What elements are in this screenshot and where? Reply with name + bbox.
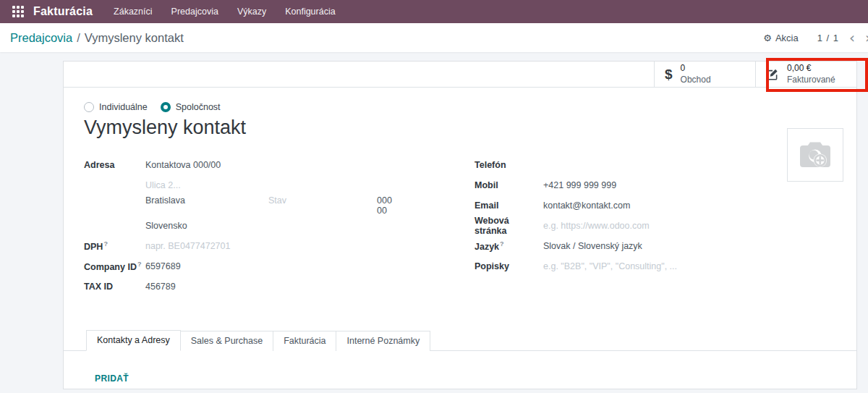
field-street: Adresa Kontaktova 000/00 xyxy=(84,155,475,175)
field-tax-id: TAX ID 456789 xyxy=(84,276,475,297)
company-id-label: Company ID? xyxy=(84,261,145,272)
breadcrumb-parent-link[interactable]: Predajcovia xyxy=(10,31,72,45)
stat-button-invoiced[interactable]: 0,00 € Fakturované xyxy=(755,62,856,87)
breadcrumb-separator: / xyxy=(77,31,80,45)
email-input[interactable]: kontakt@kontakt.com xyxy=(543,200,630,211)
record-pager: 1 / 1 ‹ › xyxy=(817,30,867,45)
dollar-icon: $ xyxy=(665,67,673,83)
tags-label: Popisky xyxy=(475,261,543,271)
street-input[interactable]: Kontaktova 000/00 xyxy=(145,160,221,170)
radio-individual-circle[interactable] xyxy=(84,102,94,112)
field-vat: DPH? napr. BE0477472701 xyxy=(84,236,475,256)
vat-input[interactable]: napr. BE0477472701 xyxy=(145,241,230,251)
content-area: $ 0 Obchod 0,00 € Fakturované xyxy=(0,52,868,393)
breadcrumb: Predajcovia / Vymysleny kontakt xyxy=(10,31,184,45)
menu-zakaznici[interactable]: Zákazníci xyxy=(104,0,162,23)
invoiced-label: Fakturované xyxy=(787,75,835,86)
radio-company-label: Spoločnost xyxy=(176,102,221,112)
tab-content: PRIDAŤ xyxy=(64,351,856,384)
language-label: Jazyk? xyxy=(475,240,543,252)
company-id-input[interactable]: 6597689 xyxy=(145,261,181,271)
tags-input[interactable]: e.g. "B2B", "VIP", "Consulting", ... xyxy=(543,261,677,271)
apps-grid-icon xyxy=(12,6,24,17)
pager-count: 1 / 1 xyxy=(817,33,839,43)
tab-interne-poznamky[interactable]: Interné Poznámky xyxy=(336,331,430,351)
edit-pencil-icon xyxy=(766,68,779,81)
pager-previous-button[interactable]: ‹ xyxy=(849,30,855,45)
phone-label: Telefón xyxy=(475,160,543,170)
field-tags: Popisky e.g. "B2B", "VIP", "Consulting",… xyxy=(475,256,844,276)
add-button[interactable]: PRIDAŤ xyxy=(95,373,129,384)
address-label: Adresa xyxy=(84,160,145,170)
help-marker: ? xyxy=(103,240,108,248)
app-name[interactable]: Fakturácia xyxy=(30,5,101,18)
field-website: Webová stránka e.g. https://www.odoo.com xyxy=(475,216,844,236)
state-input[interactable]: Stav xyxy=(268,195,377,216)
fields-column-left: Adresa Kontaktova 000/00 Ulica 2... Brat… xyxy=(84,155,475,297)
field-company-id: Company ID? 6597689 xyxy=(84,256,475,276)
website-input[interactable]: e.g. https://www.odoo.com xyxy=(543,221,650,231)
zip-input[interactable]: 000 00 xyxy=(377,195,403,216)
trade-label: Obchod xyxy=(681,75,711,86)
pager-next-button[interactable]: › xyxy=(865,30,868,45)
help-marker: ? xyxy=(500,240,504,248)
tab-kontakty-a-adresy[interactable]: Kontakty a Adresy xyxy=(86,330,181,351)
menu-predajcovia[interactable]: Predajcovia xyxy=(162,0,228,23)
control-panel: Predajcovia / Vymysleny kontakt ⚙ Akcia … xyxy=(0,23,868,52)
action-menu-button[interactable]: ⚙ Akcia xyxy=(763,33,798,43)
radio-individual-label: Individuálne xyxy=(99,102,148,112)
field-email: Email kontakt@kontakt.com xyxy=(475,195,844,216)
form-statusbar: $ 0 Obchod 0,00 € Fakturované xyxy=(64,62,856,88)
invoiced-value: 0,00 € xyxy=(787,63,835,75)
trade-value: 0 xyxy=(681,63,711,75)
form-sheet: $ 0 Obchod 0,00 € Fakturované xyxy=(63,61,857,389)
field-street2: Ulica 2... xyxy=(84,175,475,195)
radio-company-circle[interactable] xyxy=(161,102,171,112)
email-label: Email xyxy=(475,200,543,211)
mobile-input[interactable]: +421 999 999 999 xyxy=(543,180,616,190)
notebook: Kontakty a Adresy Sales & Purchase Faktu… xyxy=(64,331,856,384)
radio-company[interactable]: Spoločnost xyxy=(161,102,221,112)
form-body: Individuálne Spoločnost Vymysleny kontak… xyxy=(64,88,856,389)
tab-bar: Kontakty a Adresy Sales & Purchase Faktu… xyxy=(64,331,856,351)
fields-grid: Adresa Kontaktova 000/00 Ulica 2... Brat… xyxy=(84,155,844,297)
stat-button-trade[interactable]: $ 0 Obchod xyxy=(654,62,755,87)
contact-image-upload[interactable] xyxy=(787,128,843,182)
gear-icon: ⚙ xyxy=(763,33,772,43)
top-menu: Zákazníci Predajcovia Výkazy Konfiguráci… xyxy=(104,0,345,23)
tax-id-input[interactable]: 456789 xyxy=(145,282,176,292)
tax-id-label: TAX ID xyxy=(84,282,145,292)
top-nav-bar: Fakturácia Zákazníci Predajcovia Výkazy … xyxy=(0,0,868,23)
country-input[interactable]: Slovensko xyxy=(145,221,187,231)
tab-fakturacia[interactable]: Fakturácia xyxy=(273,331,336,351)
street2-input[interactable]: Ulica 2... xyxy=(145,180,181,190)
apps-menu-button[interactable] xyxy=(9,2,27,21)
action-menu-label: Akcia xyxy=(775,33,799,43)
field-city-state-zip: Bratislava Stav 000 00 xyxy=(84,195,475,216)
menu-konfiguracia[interactable]: Konfigurácia xyxy=(276,0,345,23)
city-input[interactable]: Bratislava xyxy=(145,195,268,216)
help-marker: ? xyxy=(137,261,142,268)
website-label: Webová stránka xyxy=(475,216,543,236)
language-input[interactable]: Slovak / Slovenský jazyk xyxy=(543,241,642,251)
field-language: Jazyk? Slovak / Slovenský jazyk xyxy=(475,236,844,256)
field-country: Slovensko xyxy=(84,216,475,236)
radio-individual[interactable]: Individuálne xyxy=(84,102,148,112)
tab-sales-purchase[interactable]: Sales & Purchase xyxy=(181,331,273,351)
contact-name-field[interactable]: Vymysleny kontakt xyxy=(84,117,844,139)
camera-plus-icon xyxy=(796,138,834,172)
breadcrumb-current: Vymysleny kontakt xyxy=(85,31,184,45)
mobile-label: Mobil xyxy=(475,180,543,190)
menu-vykazy[interactable]: Výkazy xyxy=(228,0,276,23)
company-type-selector: Individuálne Spoločnost xyxy=(84,102,844,112)
vat-label: DPH? xyxy=(84,240,145,252)
control-panel-right: ⚙ Akcia 1 / 1 ‹ › xyxy=(763,30,868,45)
